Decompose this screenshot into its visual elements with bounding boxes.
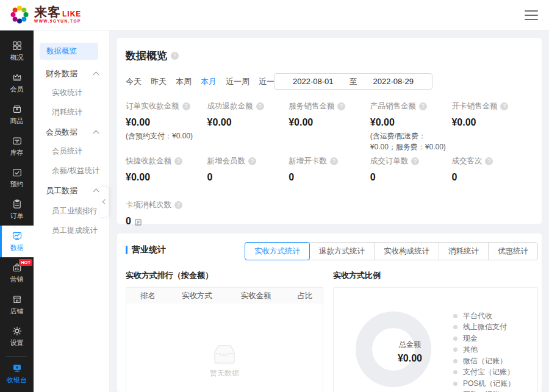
stat-value: ¥0.00 xyxy=(207,117,284,128)
submenu-item-balance-stats[interactable]: 余额/权益统计 xyxy=(52,165,110,177)
date-end-input[interactable]: 2022-08-29 xyxy=(373,77,414,86)
help-icon[interactable] xyxy=(419,102,427,110)
sidebar-label: 店铺 xyxy=(10,307,24,316)
sidebar-label: 库存 xyxy=(10,148,24,157)
help-icon[interactable] xyxy=(174,157,182,165)
filter-today[interactable]: 今天 xyxy=(126,76,142,87)
sidebar-item-settings[interactable]: 设置 xyxy=(0,321,34,352)
submenu-group-member[interactable]: 会员数据 xyxy=(46,126,107,139)
col-rank: 排名 xyxy=(126,291,170,301)
help-icon[interactable] xyxy=(182,102,190,110)
page-title: 数据概览 xyxy=(126,49,167,63)
help-icon[interactable] xyxy=(174,201,182,209)
submenu-item-staff-commission[interactable]: 员工提成统计 xyxy=(52,224,110,237)
help-icon[interactable] xyxy=(330,157,338,165)
filter-last-week[interactable]: 近一周 xyxy=(226,76,249,87)
stat-value: ¥0.00 xyxy=(370,117,447,128)
submenu-item-member-stats[interactable]: 会员统计 xyxy=(52,145,110,157)
sidebar-item-cashier[interactable]: 收银台 xyxy=(0,358,34,390)
sidebar-item-marketing[interactable]: HOT 营销 xyxy=(0,257,34,289)
filter-this-week[interactable]: 本周 xyxy=(176,76,192,87)
stat-order-received: 订单实收款金额 ¥0.00 (含预约支付：¥0.00) xyxy=(126,101,207,152)
sidebar-item-products[interactable]: 商品 xyxy=(0,99,34,130)
help-icon[interactable] xyxy=(256,102,264,110)
submenu-item-received-stats[interactable]: 实收统计 xyxy=(52,87,110,99)
help-icon[interactable] xyxy=(337,102,345,110)
sidebar-item-booking[interactable]: 预约 xyxy=(0,162,34,194)
sidebar-item-orders[interactable]: 订单 xyxy=(0,194,34,226)
ranking-table-header: 排名 实收方式 实收金额 占比 xyxy=(126,288,323,304)
filter-yesterday[interactable]: 昨天 xyxy=(151,76,167,87)
ranking-title: 实收方式排行（按金额） xyxy=(126,270,323,282)
chart-legend: 平台代收 线上微信支付 现金 其他 微信（记账） 支付宝（记账） POS机（记账… xyxy=(453,310,515,392)
stat-card-sales: 开卡销售金额 ¥0.00 xyxy=(451,101,533,152)
tab-payment-method-stats[interactable]: 实收方式统计 xyxy=(245,242,310,260)
legend-item-wechat-manual[interactable]: 微信（记账） xyxy=(453,355,515,367)
sidebar-item-data[interactable]: 数据 xyxy=(0,226,34,257)
sidebar-collapse-handle[interactable] xyxy=(100,186,109,218)
date-range-picker[interactable]: 2022-08-01 至 2022-08-29 xyxy=(274,73,432,90)
legend-label: 现金 xyxy=(463,333,478,344)
sidebar-item-shop[interactable]: 店铺 xyxy=(0,289,34,321)
legend-item-other[interactable]: 其他 xyxy=(453,344,515,356)
col-ratio: 占比 xyxy=(287,291,323,301)
empty-text: 暂无数据 xyxy=(210,368,239,379)
legend-dot-icon xyxy=(453,314,458,318)
help-icon[interactable] xyxy=(171,52,179,60)
legend-item-groupbuy-manual[interactable]: 团购（记账） xyxy=(453,390,515,392)
tab-consume-stats[interactable]: 消耗统计 xyxy=(439,242,489,260)
sidebar-label: 设置 xyxy=(10,338,24,347)
tab-discount-stats[interactable]: 优惠统计 xyxy=(488,242,538,260)
legend-label: 团购（记账） xyxy=(463,390,507,392)
submenu-group-staff[interactable]: 员工数据 xyxy=(46,184,107,198)
sidebar-label: 商品 xyxy=(10,116,24,126)
legend-item-cash[interactable]: 现金 xyxy=(453,333,515,344)
proportion-chart-panel: 总金额 ¥0.00 平台代收 线上微信支付 现金 其他 微信（记账） 支付宝（记… xyxy=(333,287,538,392)
sidebar-item-members[interactable]: 会员 xyxy=(0,67,34,99)
legend-item-wechat-online[interactable]: 线上微信支付 xyxy=(453,322,515,333)
top-header: 来客LIKE WWW.5GYUN.TOP xyxy=(0,0,549,30)
stat-value: ¥0.00 xyxy=(289,117,365,128)
secondary-sidebar: 数据概览 财务数据 实收统计 消耗统计 会员数据 会员统计 余额/权益统计 员工… xyxy=(34,30,110,392)
legend-item-platform[interactable]: 平台代收 xyxy=(453,310,515,322)
sidebar-label: 预约 xyxy=(10,180,24,189)
sidebar-item-inventory[interactable]: 库存 xyxy=(0,130,34,162)
legend-label: 微信（记账） xyxy=(463,356,507,366)
stat-label: 成交订单数 xyxy=(370,156,409,166)
submenu-item-consume-stats[interactable]: 消耗统计 xyxy=(52,106,110,118)
order-clipboard-icon xyxy=(12,199,23,210)
help-icon[interactable] xyxy=(248,157,256,165)
legend-dot-icon xyxy=(453,370,458,374)
app-logo[interactable]: 来客LIKE WWW.5GYUN.TOP xyxy=(9,4,81,26)
tab-received-composition-stats[interactable]: 实收构成统计 xyxy=(374,242,439,260)
overview-grid-icon xyxy=(12,40,23,51)
submenu-item-data-overview[interactable]: 数据概览 xyxy=(40,43,98,60)
stat-new-cards: 新增开卡数 0 xyxy=(289,156,370,196)
sidebar-label: 收银台 xyxy=(7,376,27,385)
stat-customer-visits: 成交客次 0 xyxy=(451,156,533,196)
hot-badge: HOT xyxy=(19,259,32,266)
filter-this-month[interactable]: 本月 xyxy=(201,76,217,87)
detail-icon[interactable] xyxy=(134,218,142,226)
help-icon[interactable] xyxy=(485,157,493,165)
submenu-group-label: 财务数据 xyxy=(46,68,77,79)
submenu-group-label: 员工数据 xyxy=(46,185,77,196)
sidebar-item-overview[interactable]: 概况 xyxy=(0,35,34,67)
help-icon[interactable] xyxy=(500,102,508,110)
col-method: 实收方式 xyxy=(170,291,224,301)
submenu-group-label: 会员数据 xyxy=(46,127,77,138)
legend-item-alipay-manual[interactable]: 支付宝（记账） xyxy=(453,367,515,379)
help-icon[interactable] xyxy=(411,157,419,165)
tab-refund-method-stats[interactable]: 退款方式统计 xyxy=(309,242,375,260)
date-start-input[interactable]: 2022-08-01 xyxy=(293,77,334,86)
legend-dot-icon xyxy=(453,382,458,386)
submenu-group-finance[interactable]: 财务数据 xyxy=(46,67,107,80)
stats-tab-group: 实收方式统计 退款方式统计 实收构成统计 消耗统计 优惠统计 xyxy=(245,242,538,260)
chevron-up-icon xyxy=(93,189,99,195)
stat-value: 0 xyxy=(207,172,284,183)
member-crown-icon xyxy=(12,72,23,83)
stat-value: ¥0.00 xyxy=(126,172,203,183)
legend-item-pos-manual[interactable]: POS机（记账） xyxy=(453,378,515,390)
stat-label: 快捷收款金额 xyxy=(126,156,171,166)
menu-hamburger-icon[interactable] xyxy=(525,10,538,20)
